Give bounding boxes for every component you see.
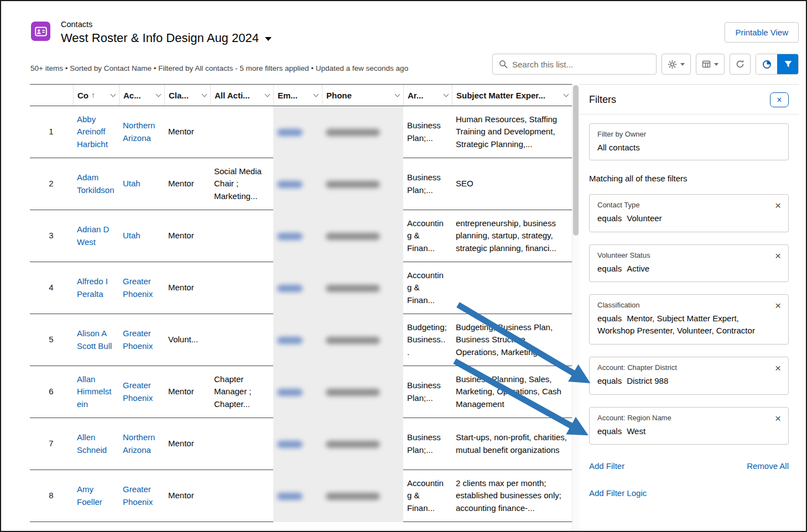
classification-cell: Mentor — [164, 210, 210, 262]
list-settings-button[interactable] — [662, 54, 691, 75]
table-row: 1 Abby Areinoff Harbicht Northern Arizon… — [30, 106, 572, 158]
column-header-classification[interactable]: Cla... — [164, 85, 210, 106]
chevron-down-icon[interactable] — [265, 92, 270, 97]
printable-view-button[interactable]: Printable View — [725, 22, 799, 43]
table-row: 6 Allan Himmelstein Greater Phoenix Ment… — [30, 366, 572, 418]
chevron-down-icon[interactable] — [444, 92, 449, 97]
email-cell-redacted — [273, 314, 322, 366]
account-link[interactable]: Greater Phoenix — [123, 483, 160, 508]
chevron-down-icon[interactable] — [395, 92, 400, 97]
chevron-down-icon[interactable] — [202, 92, 207, 97]
filter-by-owner-card[interactable]: Filter by Owner All contacts — [589, 123, 789, 160]
remove-icon: × — [775, 413, 781, 424]
chevron-down-icon[interactable] — [314, 92, 319, 97]
subject-cell: Budgeting, Business Plan, Business Struc… — [452, 314, 572, 366]
contact-name-link[interactable]: Allen Schneid — [77, 431, 114, 456]
account-link[interactable]: Greater Phoenix — [123, 327, 160, 352]
add-filter-logic-link[interactable]: Add Filter Logic — [589, 488, 647, 498]
row-number: 8 — [30, 470, 73, 522]
activities-cell — [210, 418, 273, 470]
account-link[interactable]: Utah — [123, 230, 140, 242]
filter-item-classification[interactable]: × Classification equalsMentor, Subject M… — [589, 294, 789, 345]
search-input[interactable] — [512, 60, 656, 69]
redacted-email-blur — [277, 285, 303, 292]
list-title-row: West Roster & Info Design Aug 2024 — [61, 31, 272, 45]
classification-cell: Mentor — [164, 470, 210, 522]
column-header-all-activities[interactable]: All Acti... — [210, 85, 273, 106]
contact-name-link[interactable]: Alison A Scott Bull — [77, 327, 114, 352]
chevron-down-icon[interactable] — [564, 92, 569, 97]
charts-filter-button-group — [756, 54, 799, 75]
remove-filter-button[interactable]: × — [773, 299, 783, 313]
contact-name-link[interactable]: Amy Foeller — [77, 483, 114, 508]
contact-name-link[interactable]: Adam Torkildson — [77, 171, 114, 196]
subject-cell: entrepreneurship, business planning, sta… — [452, 210, 572, 262]
filter-button[interactable] — [777, 54, 798, 74]
column-header-subject-matter[interactable]: Subject Matter Exper... — [452, 85, 572, 106]
area-cell: Business Plan;... — [403, 366, 452, 418]
column-header-contact-name[interactable]: Co ↑ — [73, 85, 119, 106]
classification-cell: Mentor — [164, 106, 210, 158]
column-header-area[interactable]: Ar... — [403, 85, 452, 106]
phone-cell-redacted — [322, 210, 403, 262]
add-filter-link[interactable]: Add Filter — [589, 461, 624, 471]
contact-name-link[interactable]: Abby Areinoff Harbicht — [77, 113, 114, 151]
account-link[interactable]: Utah — [123, 178, 140, 190]
refresh-button[interactable] — [730, 54, 751, 75]
filter-owner-label: Filter by Owner — [597, 130, 780, 138]
remove-icon: × — [775, 200, 781, 211]
remove-filter-button[interactable]: × — [773, 361, 783, 375]
refresh-icon — [736, 60, 744, 69]
sort-ascending-icon: ↑ — [91, 91, 95, 100]
area-cell: Accounting & Finan... — [403, 470, 452, 522]
chevron-down-icon — [714, 63, 719, 66]
account-link[interactable]: Northern Arizona — [123, 119, 160, 144]
redacted-email-blur — [277, 441, 303, 448]
activities-cell — [210, 106, 273, 158]
contact-name-link[interactable]: Adrian D West — [77, 223, 114, 248]
account-link[interactable]: Greater Phoenix — [123, 275, 160, 300]
row-number: 2 — [30, 158, 73, 210]
table-header-row: Co ↑ Ac... Cla... All Acti... Em... P — [30, 84, 572, 106]
column-header-phone[interactable]: Phone — [322, 85, 403, 106]
page-title: West Roster & Info Design Aug 2024 — [61, 31, 259, 45]
chevron-down-icon[interactable] — [111, 92, 116, 97]
email-cell-redacted — [273, 210, 322, 262]
redacted-phone-blur — [326, 233, 380, 240]
column-header-account[interactable]: Ac... — [119, 85, 164, 106]
list-view-selector-caret-icon[interactable] — [265, 37, 272, 41]
scrollbar-thumb[interactable] — [573, 85, 579, 236]
contacts-object-icon — [31, 22, 50, 41]
activities-cell — [210, 262, 273, 314]
phone-cell-redacted — [322, 366, 403, 418]
column-header-email[interactable]: Em... — [273, 85, 322, 106]
email-cell-redacted — [273, 262, 322, 314]
activities-cell — [210, 210, 273, 262]
remove-filter-button[interactable]: × — [773, 199, 783, 213]
account-link[interactable]: Northern Arizona — [123, 431, 160, 456]
column-header-row-number — [30, 85, 73, 106]
charts-button[interactable] — [756, 54, 777, 74]
remove-filter-button[interactable]: × — [773, 249, 783, 263]
classification-cell: Mentor — [164, 262, 210, 314]
contact-name-link[interactable]: Allan Himmelstein — [77, 373, 114, 411]
display-settings-button[interactable] — [696, 54, 725, 75]
filter-item-account-region-name[interactable]: × Account: Region Name equalsWest — [589, 407, 789, 445]
activities-cell: Chapter Manager ; Chapter... — [210, 366, 273, 418]
classification-cell: Mentor — [164, 158, 210, 210]
remove-all-link[interactable]: Remove All — [747, 461, 789, 471]
email-cell-redacted — [273, 106, 322, 158]
email-cell-redacted — [273, 366, 322, 418]
filter-item-contact-type[interactable]: × Contact Type equalsVolunteer — [589, 194, 789, 232]
table-row: 2 Adam Torkildson Utah Mentor Social Med… — [30, 158, 572, 210]
filter-item-volunteer-status[interactable]: × Volunteer Status equalsActive — [589, 244, 789, 283]
remove-filter-button[interactable]: × — [773, 411, 783, 426]
row-number: 7 — [30, 418, 73, 470]
account-link[interactable]: Greater Phoenix — [123, 379, 160, 404]
chevron-down-icon[interactable] — [156, 92, 162, 97]
filter-item-account-chapter-district[interactable]: × Account: Chapter District equalsDistri… — [589, 357, 789, 395]
redacted-phone-blur — [326, 493, 380, 500]
contact-name-link[interactable]: Alfredo I Peralta — [77, 275, 114, 300]
close-filters-button[interactable]: × — [770, 92, 789, 107]
subject-cell: SEO — [452, 158, 572, 210]
